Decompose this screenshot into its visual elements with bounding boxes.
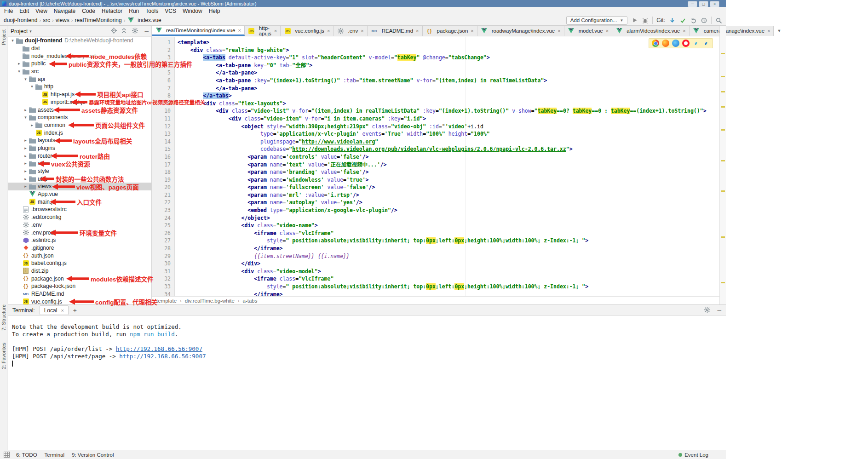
chevron-right-icon[interactable]: ▸ (23, 177, 29, 181)
editor-tab-roadwaymanage-index-vue[interactable]: roadwayManage\index.vue× (477, 26, 564, 36)
tree-item-package-lock-json[interactable]: {}package-lock.json (8, 282, 151, 290)
line-number[interactable]: 19 (152, 176, 171, 184)
edge-browser-icon[interactable]: e (702, 40, 710, 47)
line-number[interactable]: 28 (152, 245, 171, 252)
line-number[interactable]: 8 (152, 92, 171, 100)
tree-item-eslintrc-js[interactable]: .eslintrc.js (8, 236, 151, 244)
close-icon[interactable]: × (606, 28, 609, 34)
close-icon[interactable]: × (238, 28, 241, 33)
chevron-down-icon[interactable]: ▾ (23, 77, 29, 81)
add-configuration-button[interactable]: Add Configuration...▼ (566, 16, 628, 25)
line-number[interactable]: 20 (152, 184, 171, 191)
line-number[interactable]: 34 (152, 291, 171, 296)
tree-item-gitignore[interactable]: .gitignore (8, 244, 151, 252)
chevron-right-icon[interactable]: ▸ (29, 123, 35, 127)
tree-item-importexcel-js[interactable]: JSimportExcel.js (8, 98, 151, 106)
git-rollback-icon[interactable] (690, 17, 697, 24)
terminal-settings-icon[interactable] (703, 306, 713, 314)
tree-item-router[interactable]: ▸router (8, 152, 151, 160)
menu-window[interactable]: Window (179, 7, 206, 15)
tree-item-index-js[interactable]: JSindex.js (8, 129, 151, 137)
tree-item-editorconfig[interactable]: .editorconfig (8, 213, 151, 221)
line-number[interactable]: 4 (152, 62, 171, 69)
menu-file[interactable]: File (1, 7, 16, 15)
line-number[interactable]: 3 (152, 54, 171, 62)
hide-panel-icon[interactable]: ─ (144, 28, 149, 34)
tree-item-auth-json[interactable]: {}auth.json (8, 252, 151, 259)
editor-tab-package-json[interactable]: {}package.json× (423, 26, 477, 36)
tool-stripe-2-favorites[interactable]: 2: Favorites (1, 343, 6, 369)
line-number[interactable]: 27 (152, 237, 171, 245)
event-log-button[interactable]: Event Log (678, 452, 708, 458)
tree-item-common[interactable]: ▸common (8, 121, 151, 129)
git-commit-icon[interactable] (679, 17, 686, 24)
menu-run[interactable]: Run (126, 7, 142, 15)
chevron-right-icon[interactable]: ▸ (23, 184, 29, 189)
line-number[interactable]: 29 (152, 252, 171, 260)
menu-help[interactable]: Help (206, 7, 224, 15)
tree-item-readme-md[interactable]: MDREADME.md (8, 290, 151, 298)
tool-stripe-7-structure[interactable]: 7: Structure (1, 304, 6, 331)
tree-item-views[interactable]: ▸views (8, 183, 151, 190)
close-icon[interactable]: × (558, 28, 560, 34)
line-number[interactable]: 13 (152, 130, 171, 138)
tree-item-main-js[interactable]: JSmain.js (8, 198, 151, 206)
breadcrumb-item-views[interactable]: views (56, 17, 69, 23)
tree-item-vue-config-js[interactable]: JSvue.config.js (8, 298, 151, 304)
tree-item-babel-config-js[interactable]: JSbabel.config.js (8, 259, 151, 267)
tree-item-dist-zip[interactable]: dist.zip (8, 267, 151, 275)
terminal-output[interactable]: Note that the development build is not o… (8, 316, 726, 367)
tree-item-store[interactable]: ▸store (8, 160, 151, 167)
line-number[interactable]: 1 (152, 39, 171, 46)
tool-stripe-project[interactable]: Project (1, 29, 6, 45)
line-number[interactable]: 9 (152, 100, 171, 108)
firefox-browser-icon[interactable] (662, 40, 669, 47)
line-number[interactable]: 12 (152, 123, 171, 131)
project-panel-title[interactable]: Project (11, 28, 28, 34)
tree-item-http-api-js[interactable]: JShttp-api.js (8, 91, 151, 98)
chevron-down-icon[interactable]: ▾ (29, 84, 35, 89)
error-stripe-scrollbar[interactable] (719, 26, 726, 304)
tree-item-style[interactable]: ▸style (8, 167, 151, 175)
tree-item-env-prod[interactable]: .env.prod (8, 229, 151, 236)
breadcrumb-item-realtimemonitoring[interactable]: realTimeMonitoring (75, 17, 121, 23)
tree-item-utils[interactable]: ▸utils (8, 175, 151, 183)
terminal-link[interactable]: http://192.168.66.56:9007 (119, 353, 206, 360)
close-icon[interactable]: × (710, 1, 719, 7)
menu-code[interactable]: Code (79, 7, 98, 15)
line-number[interactable]: 24 (152, 214, 171, 222)
menu-edit[interactable]: Edit (16, 7, 32, 15)
tree-item-layouts[interactable]: ▸layouts (8, 137, 151, 144)
line-number[interactable]: 31 (152, 268, 171, 275)
terminal-link[interactable]: http://192.168.66.56:9007 (116, 345, 202, 352)
minimize-icon[interactable]: ─ (688, 1, 697, 7)
close-icon[interactable]: × (327, 28, 330, 34)
chrome-browser-icon[interactable] (652, 40, 659, 47)
line-number[interactable]: 21 (152, 191, 171, 199)
chevron-down-icon[interactable]: ▾ (10, 38, 16, 43)
menu-view[interactable]: View (32, 7, 51, 15)
editor-tab-alarmvideos-index-vue[interactable]: alarmVideos\index.vue× (612, 26, 690, 36)
line-number[interactable]: 26 (152, 230, 171, 237)
tree-item-public[interactable]: ▸public (8, 60, 151, 68)
history-icon[interactable] (701, 17, 707, 24)
safari-browser-icon[interactable] (672, 40, 679, 47)
chevron-right-icon[interactable]: ▸ (23, 108, 29, 112)
tree-item-env[interactable]: .env (8, 221, 151, 229)
tabs-list-icon[interactable]: ▼ (774, 26, 784, 36)
tree-item-browserslistrc[interactable]: .browserslistrc (8, 206, 151, 213)
tree-item-app-vue[interactable]: App.vue (8, 190, 151, 198)
tree-item-assets[interactable]: ▸assets (8, 106, 151, 114)
tree-item-duoji-frontend[interactable]: ▾duoji-frontend D:\zheheWeb\duoji-fronte… (8, 37, 151, 45)
editor-breadcrumb-template[interactable]: template (156, 298, 177, 304)
line-number[interactable]: 30 (152, 260, 171, 268)
editor-tab-env[interactable]: .env× (334, 26, 368, 36)
line-number[interactable]: 5 (152, 69, 171, 77)
close-icon[interactable]: × (274, 28, 277, 34)
editor-gutter[interactable]: 1234567891011121314151617181920212223242… (152, 37, 175, 296)
editor-tab-http-api-js[interactable]: JShttp-api.js× (245, 26, 281, 36)
locate-icon[interactable] (111, 28, 117, 35)
line-number[interactable]: 7 (152, 85, 171, 92)
tree-item-dist[interactable]: dist (8, 45, 151, 52)
line-number[interactable]: 14 (152, 138, 171, 146)
